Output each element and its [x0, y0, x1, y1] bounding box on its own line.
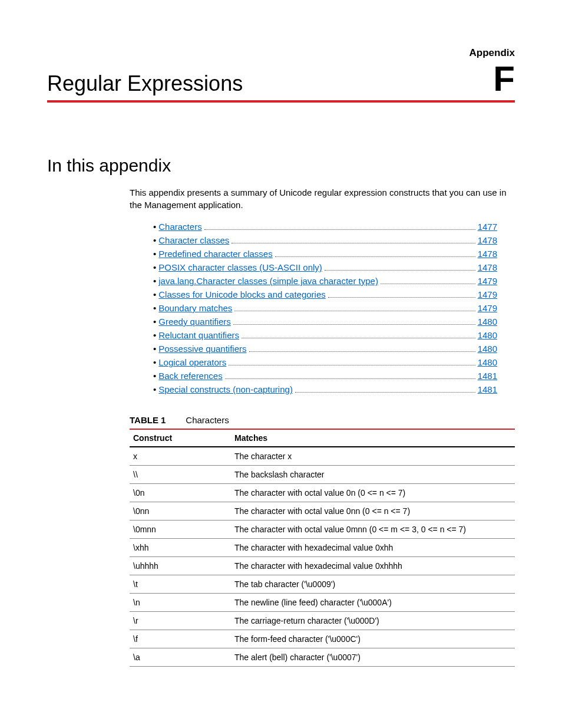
bullet-icon: • — [153, 330, 156, 340]
appendix-letter: F — [493, 61, 515, 97]
cell-construct: \n — [130, 594, 231, 612]
cell-construct: \f — [130, 630, 231, 648]
section-heading: In this appendix — [47, 156, 515, 176]
toc-page-link[interactable]: 1481 — [478, 384, 497, 394]
toc-page-link[interactable]: 1481 — [478, 371, 497, 381]
bullet-icon: • — [153, 276, 156, 286]
cell-matches: The alert (bell) character ('\u0007') — [231, 648, 515, 667]
toc-item: •Boundary matches1479 — [153, 303, 497, 314]
appendix-label: Appendix — [47, 47, 515, 59]
table-block: TABLE 1 Characters Construct Matches xTh… — [130, 415, 515, 667]
cell-matches: The backslash character — [231, 466, 515, 484]
table-row: \nThe newline (line feed) character ('\u… — [130, 594, 515, 612]
toc-page-link[interactable]: 1480 — [478, 330, 497, 340]
toc-item: •Reluctant quantifiers1480 — [153, 330, 497, 341]
toc-leader-dots — [325, 270, 475, 271]
appendix-header: Appendix Regular Expressions F — [47, 47, 515, 103]
toc-page-link[interactable]: 1479 — [478, 303, 497, 313]
cell-matches: The character x — [231, 447, 515, 466]
toc-page-link[interactable]: 1478 — [478, 262, 497, 272]
cell-matches: The character with octal value 0mnn (0 <… — [231, 521, 515, 539]
cell-construct: \r — [130, 612, 231, 630]
table-name: Characters — [186, 415, 229, 425]
table-row: \xhhThe character with hexadecimal value… — [130, 539, 515, 557]
table-row: \0nThe character with octal value 0n (0 … — [130, 484, 515, 502]
cell-construct: \a — [130, 648, 231, 667]
toc-item: •Greedy quantifiers1480 — [153, 317, 497, 327]
toc-link[interactable]: Predefined character classes — [158, 249, 272, 259]
page-title: Regular Expressions — [47, 71, 243, 96]
cell-construct: \0mnn — [130, 521, 231, 539]
toc-leader-dots — [225, 378, 475, 379]
toc-link[interactable]: Greedy quantifiers — [158, 317, 231, 327]
toc-item: •java.lang.Character classes (simple jav… — [153, 276, 497, 286]
toc-item: •Predefined character classes1478 — [153, 249, 497, 259]
bullet-icon: • — [153, 222, 156, 232]
intro-paragraph: This appendix presents a summary of Unic… — [130, 186, 515, 211]
table-row: \fThe form-feed character ('\u000C') — [130, 630, 515, 648]
toc-link[interactable]: Reluctant quantifiers — [158, 330, 239, 340]
toc-page-link[interactable]: 1478 — [478, 249, 497, 259]
toc-leader-dots — [234, 311, 475, 311]
toc-link[interactable]: Boundary matches — [158, 303, 232, 313]
toc-link[interactable]: Logical operators — [158, 357, 226, 367]
cell-construct: x — [130, 447, 231, 466]
table-row: \aThe alert (bell) character ('\u0007') — [130, 648, 515, 667]
toc-leader-dots — [232, 243, 475, 243]
toc-page-link[interactable]: 1477 — [478, 222, 497, 232]
toc-page-link[interactable]: 1480 — [478, 317, 497, 327]
toc-page-link[interactable]: 1480 — [478, 357, 497, 367]
table-header-construct: Construct — [130, 429, 231, 447]
cell-matches: The character with octal value 0nn (0 <=… — [231, 502, 515, 521]
characters-table: Construct Matches xThe character x\\The … — [130, 429, 515, 667]
toc-page-link[interactable]: 1478 — [478, 235, 497, 245]
toc-page-link[interactable]: 1479 — [478, 276, 497, 286]
table-header-row: Construct Matches — [130, 429, 515, 447]
cell-construct: \\ — [130, 466, 231, 484]
page: Appendix Regular Expressions F In this a… — [0, 0, 562, 702]
table-row: \0mnnThe character with octal value 0mnn… — [130, 521, 515, 539]
toc-leader-dots — [275, 256, 475, 257]
toc-link[interactable]: Back references — [158, 371, 222, 381]
toc-item: •Classes for Unicode blocks and categori… — [153, 289, 497, 300]
table-row: \rThe carriage-return character ('\u000D… — [130, 612, 515, 630]
table-row: \0nnThe character with octal value 0nn (… — [130, 502, 515, 521]
toc-leader-dots — [242, 338, 475, 338]
cell-matches: The form-feed character ('\u000C') — [231, 630, 515, 648]
toc-page-link[interactable]: 1479 — [478, 289, 497, 299]
toc-leader-dots — [229, 365, 475, 365]
toc-link[interactable]: POSIX character classes (US-ASCII only) — [158, 262, 322, 272]
toc-item: •Back references1481 — [153, 371, 497, 381]
table-row: \\The backslash character — [130, 466, 515, 484]
cell-construct: \uhhhh — [130, 557, 231, 575]
red-divider — [47, 100, 515, 103]
table-body: xThe character x\\The backslash characte… — [130, 447, 515, 667]
bullet-icon: • — [153, 371, 156, 381]
toc-link[interactable]: Character classes — [158, 235, 229, 245]
bullet-icon: • — [153, 249, 156, 259]
toc-link[interactable]: Special constructs (non-capturing) — [158, 384, 293, 394]
toc-link[interactable]: Classes for Unicode blocks and categorie… — [158, 289, 325, 299]
bullet-icon: • — [153, 235, 156, 245]
toc-link[interactable]: Possessive quantifiers — [158, 344, 246, 354]
toc-page-link[interactable]: 1480 — [478, 344, 497, 354]
table-row: \tThe tab character ('\u0009') — [130, 575, 515, 594]
toc-item: •POSIX character classes (US-ASCII only)… — [153, 262, 497, 273]
title-row: Regular Expressions F — [47, 61, 515, 97]
cell-construct: \xhh — [130, 539, 231, 557]
table-caption: TABLE 1 Characters — [130, 415, 515, 425]
bullet-icon: • — [153, 384, 156, 394]
toc-item: •Possessive quantifiers1480 — [153, 344, 497, 354]
bullet-icon: • — [153, 317, 156, 327]
cell-matches: The character with hexadecimal value 0xh… — [231, 539, 515, 557]
toc-item: •Logical operators1480 — [153, 357, 497, 368]
toc-leader-dots — [381, 284, 475, 284]
toc-leader-dots — [328, 297, 475, 298]
toc-link[interactable]: java.lang.Character classes (simple java… — [158, 276, 378, 286]
toc-link[interactable]: Characters — [158, 222, 201, 232]
toc-item: •Character classes1478 — [153, 235, 497, 246]
cell-matches: The character with hexadecimal value 0xh… — [231, 557, 515, 575]
bullet-icon: • — [153, 289, 156, 299]
toc-leader-dots — [204, 229, 475, 230]
bullet-icon: • — [153, 303, 156, 313]
